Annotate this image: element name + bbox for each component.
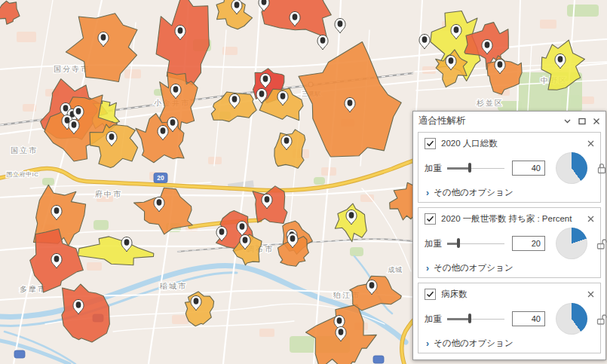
lock-toggle[interactable]: [596, 237, 607, 250]
panel-header: 適合性解析: [413, 112, 605, 130]
map-place-label: 国立府中IC: [7, 171, 39, 178]
park-area: [94, 220, 109, 230]
layer-checkbox[interactable]: [425, 138, 436, 149]
check-icon: [426, 215, 434, 223]
unlock-icon: [596, 237, 607, 250]
park-area: [314, 177, 325, 185]
route-shield: [373, 356, 384, 363]
slider-thumb[interactable]: [468, 314, 471, 323]
weight-input[interactable]: [512, 311, 545, 326]
park-area: [567, 5, 599, 17]
lock-toggle[interactable]: [596, 313, 607, 326]
more-options-toggle[interactable]: › その他のオプション: [425, 262, 594, 274]
remove-layer-icon[interactable]: [587, 291, 594, 298]
map-place-label: 府中市: [95, 190, 122, 198]
park-area: [350, 247, 363, 256]
chevron-right-icon: ›: [426, 339, 429, 348]
weight-pie-chart: [556, 303, 587, 335]
weight-slider[interactable]: [447, 237, 504, 249]
map-place-label: 成城: [388, 266, 403, 274]
urban-block: [17, 32, 36, 42]
urban-block: [172, 315, 189, 324]
park-area: [561, 95, 581, 107]
weight-label: 加重: [425, 163, 444, 174]
criteria-card: 2020 一般世帯数 持ち家 : Percent 加重: [418, 207, 601, 278]
layer-label: 2020 一般世帯数 持ち家 : Percent: [441, 213, 582, 225]
more-options-toggle[interactable]: › その他のオプション: [425, 338, 594, 349]
route-shield: [14, 350, 25, 358]
lock-icon: [596, 162, 607, 175]
layer-label: 2020 人口総数: [441, 138, 582, 149]
park-area: [42, 178, 54, 185]
check-icon: [426, 290, 434, 298]
layer-checkbox[interactable]: [425, 289, 436, 300]
maximize-panel-icon[interactable]: [578, 118, 586, 125]
route-shield-number: 20: [157, 174, 164, 182]
lock-toggle[interactable]: [596, 162, 607, 175]
weight-input[interactable]: [512, 236, 545, 251]
weight-label: 加重: [425, 314, 444, 325]
urban-block: [540, 20, 556, 29]
panel-body: 2020 人口総数 加重: [413, 130, 605, 359]
collapse-panel-icon[interactable]: [563, 117, 572, 125]
map-place-label: 国立市: [11, 146, 38, 154]
urban-block: [259, 329, 274, 337]
slider-thumb[interactable]: [457, 238, 460, 248]
map-place-label: 杉並区: [476, 99, 504, 107]
map-place-label: 稲城市: [159, 282, 187, 290]
criteria-card: 病床数 加重: [418, 283, 601, 353]
unlock-icon: [596, 313, 607, 326]
chevron-right-icon: ›: [426, 264, 429, 273]
layer-checkbox[interactable]: [425, 213, 436, 225]
chevron-right-icon: ›: [426, 188, 429, 197]
remove-layer-icon[interactable]: [587, 140, 594, 147]
layer-label: 病床数: [441, 289, 582, 300]
weight-label: 加重: [425, 238, 444, 249]
weight-slider[interactable]: [447, 313, 504, 325]
check-icon: [426, 139, 434, 148]
urban-block: [360, 194, 374, 202]
weight-input[interactable]: [512, 161, 545, 176]
remove-layer-icon[interactable]: [587, 216, 594, 222]
urban-block: [87, 262, 102, 271]
criteria-card: 2020 人口総数 加重: [418, 132, 601, 203]
slider-thumb[interactable]: [468, 163, 471, 173]
urban-block: [581, 96, 594, 104]
panel-title: 適合性解析: [418, 115, 563, 127]
more-options-toggle[interactable]: › その他のオプション: [425, 187, 594, 198]
close-panel-icon[interactable]: [593, 118, 600, 125]
urban-block: [422, 66, 436, 74]
weight-pie-chart: [556, 152, 587, 184]
suitability-analysis-panel: 適合性解析 2020 人口総数: [412, 111, 606, 360]
weight-pie-chart: [556, 228, 587, 259]
weight-slider[interactable]: [447, 162, 504, 174]
urban-block: [124, 69, 141, 78]
